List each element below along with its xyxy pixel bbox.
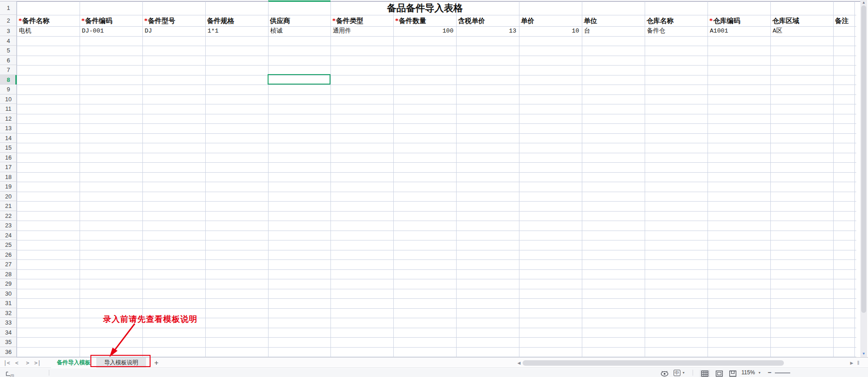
first-sheet-button[interactable]: |< [3, 359, 11, 367]
hscroll-left-icon[interactable]: ◀ [516, 360, 522, 366]
row-header[interactable]: 31 [0, 298, 17, 308]
row-header[interactable]: 28 [0, 269, 17, 279]
row-header-column[interactable]: 1234567891011121314151617181920212223242… [0, 1, 17, 357]
eye-protection-icon[interactable] [660, 369, 669, 377]
pane-split-handle[interactable]: ‖ [857, 360, 861, 366]
sheet-tab-import-template[interactable]: 备件导入模板 [51, 358, 96, 368]
scroll-up-icon[interactable]: ▲ [862, 0, 866, 5]
column-header-cell[interactable]: 备注 [835, 15, 853, 26]
gridline [708, 1, 708, 357]
column-header-cell[interactable]: *备件名称 [19, 15, 78, 26]
column-header-cell[interactable]: 仓库区域 [772, 15, 831, 26]
row-header[interactable]: 6 [0, 56, 17, 66]
column-header-cell[interactable]: 单价 [521, 15, 580, 26]
row-header[interactable]: 30 [0, 289, 17, 299]
row-header[interactable]: 15 [0, 143, 17, 153]
column-header-cell[interactable]: 含税单价 [458, 15, 517, 26]
row-header[interactable]: 20 [0, 192, 17, 202]
data-cell[interactable]: A1001 [710, 26, 768, 36]
vertical-scrollbar-thumb[interactable] [861, 5, 866, 313]
row-header[interactable]: 1 [0, 1, 17, 15]
row-header[interactable]: 13 [0, 123, 17, 133]
last-sheet-button[interactable]: >| [33, 359, 42, 367]
column-header-cell[interactable]: *备件编码 [81, 15, 141, 26]
gridline [268, 1, 269, 357]
column-header-cell[interactable]: *备件型号 [144, 15, 203, 26]
normal-view-icon[interactable] [700, 369, 710, 377]
data-cell[interactable]: A区 [773, 26, 830, 36]
add-sheet-button[interactable]: + [152, 358, 161, 368]
required-asterisk: * [81, 17, 85, 24]
required-asterisk: * [332, 17, 336, 24]
column-header-cell[interactable]: *备件类型 [332, 15, 392, 26]
row-header[interactable]: 18 [0, 172, 17, 182]
row-header[interactable]: 11 [0, 104, 17, 114]
gridline [854, 1, 855, 357]
hscroll-right-icon[interactable]: ▶ [849, 360, 854, 366]
page-break-preview-icon[interactable] [728, 369, 738, 377]
row-header[interactable]: 22 [0, 211, 17, 221]
row-header[interactable]: 34 [0, 328, 17, 338]
row-header[interactable]: 4 [0, 36, 17, 46]
row-header[interactable]: 29 [0, 279, 17, 289]
data-cell[interactable]: 10 [521, 26, 579, 36]
statusbar-divider [693, 370, 693, 376]
row-header[interactable]: 8 [0, 75, 17, 85]
zoom-caret-icon[interactable]: ▾ [759, 368, 760, 377]
row-header[interactable]: 2 [0, 15, 17, 26]
data-cell[interactable]: 100 [396, 26, 453, 36]
column-header-cell[interactable]: *备件数量 [395, 15, 454, 26]
row-header[interactable]: 24 [0, 231, 17, 240]
column-header-cell[interactable]: 备件规格 [207, 15, 266, 26]
row-header[interactable]: 23 [0, 221, 17, 231]
row-header[interactable]: 35 [0, 337, 17, 347]
page-layout-view-icon[interactable] [714, 369, 724, 377]
row-header[interactable]: 26 [0, 250, 17, 260]
row-header[interactable]: 16 [0, 153, 17, 163]
column-header-cell[interactable]: 单位 [584, 15, 643, 26]
data-cell[interactable]: DJ [145, 26, 203, 36]
row-header[interactable]: 33 [0, 318, 17, 328]
vertical-scrollbar[interactable]: ▲ ▼ [860, 0, 867, 357]
data-cell[interactable]: 桢诚 [270, 26, 328, 36]
chinese-convert-caret-icon[interactable]: ▾ [683, 368, 684, 377]
zoom-level[interactable]: 115% [741, 368, 755, 377]
zoom-slider[interactable] [775, 372, 790, 373]
row-header[interactable]: 9 [0, 85, 17, 94]
row-header[interactable]: 3 [0, 26, 17, 36]
column-header-cell[interactable]: 仓库名称 [646, 15, 706, 26]
column-header-cell[interactable]: *仓库编码 [709, 15, 769, 26]
column-header-cell[interactable]: 供应商 [270, 15, 329, 26]
row-header[interactable]: 21 [0, 201, 17, 211]
data-cell[interactable]: 1*1 [208, 26, 265, 36]
selected-cell-E8[interactable] [268, 74, 330, 85]
row-header[interactable]: 25 [0, 240, 17, 250]
js-macro-status-icon[interactable]: JS [5, 369, 14, 377]
row-header[interactable]: 17 [0, 162, 17, 172]
row-header[interactable]: 19 [0, 182, 17, 192]
gridline [142, 1, 143, 357]
data-cell[interactable]: 13 [458, 26, 516, 36]
row-header[interactable]: 7 [0, 65, 17, 75]
row-header[interactable]: 14 [0, 133, 17, 143]
data-cell[interactable]: 备件仓 [647, 26, 705, 36]
row-header[interactable]: 27 [0, 259, 17, 269]
data-cell[interactable]: 电机 [19, 26, 77, 36]
zoom-out-icon[interactable]: − [768, 368, 771, 377]
chinese-convert-icon[interactable]: 中 [674, 370, 680, 376]
data-cell[interactable]: DJ-001 [82, 26, 140, 36]
row-header[interactable]: 36 [0, 347, 17, 357]
row-header[interactable]: 12 [0, 114, 17, 124]
gridline [205, 1, 206, 357]
data-cell[interactable]: 通用件 [333, 26, 391, 36]
spreadsheet-grid[interactable]: 1234567891011121314151617181920212223242… [0, 0, 868, 357]
next-sheet-button[interactable]: > [24, 359, 32, 367]
gridline [330, 1, 331, 357]
horizontal-scrollbar-thumb[interactable] [523, 360, 784, 366]
data-cell[interactable]: 台 [584, 26, 642, 36]
scroll-down-icon[interactable]: ▼ [862, 352, 866, 356]
row-header[interactable]: 10 [0, 94, 17, 104]
row-header[interactable]: 32 [0, 308, 17, 318]
prev-sheet-button[interactable]: < [13, 359, 21, 367]
row-header[interactable]: 5 [0, 46, 17, 56]
